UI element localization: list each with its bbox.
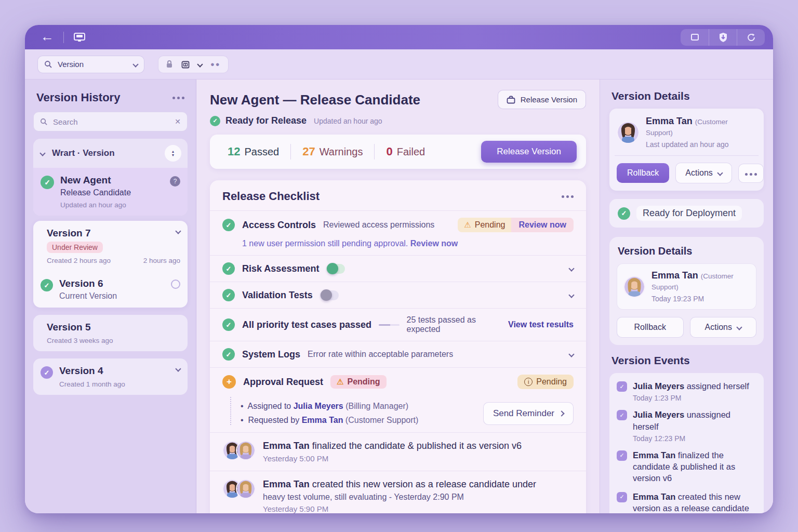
event-time: Today 12:23 PM xyxy=(633,434,756,443)
chevron-down-icon[interactable] xyxy=(175,366,181,371)
failed-label: Failed xyxy=(397,146,425,158)
checklist-item-validation-tests: ✓ Validation Tests xyxy=(210,282,586,308)
warning-icon: ⚠ xyxy=(337,377,343,387)
chevron-right-icon xyxy=(558,410,564,416)
window-icon[interactable] xyxy=(681,29,709,46)
version-meta: Created 1 month ago xyxy=(59,380,125,388)
titlebar-actions xyxy=(681,29,765,46)
main-panel: New Agent — Release Candidate Release Ve… xyxy=(196,79,600,513)
rollback-button[interactable]: Rollback xyxy=(617,317,684,338)
more-button[interactable] xyxy=(738,164,764,183)
sidebar-menu-icon[interactable] xyxy=(172,97,184,99)
shield-download-icon[interactable] xyxy=(709,29,737,46)
actions-button[interactable]: Actions xyxy=(675,163,732,183)
requester-name[interactable]: Emma Tan xyxy=(302,416,343,424)
sidebar-item-new-agent[interactable]: ✓ New Agent Release Candidate Updated an… xyxy=(33,168,188,216)
activity-time-inline: Yesterday 2:90 PM xyxy=(394,493,464,501)
activity-text-2: heavy test volume, still evaluating - Ye… xyxy=(263,493,536,502)
version-subtitle: Release Candidate xyxy=(60,188,131,197)
avatar xyxy=(617,121,640,144)
chevron-down-icon[interactable] xyxy=(568,292,574,298)
back-arrow-icon[interactable]: ← xyxy=(33,30,63,45)
chevron-down-icon[interactable] xyxy=(197,61,203,67)
item-desc: Reviewed access permissions xyxy=(323,220,434,230)
release-version-button[interactable]: Release Version xyxy=(481,141,577,163)
chevron-down-icon xyxy=(736,324,742,330)
checklist-menu-icon[interactable] xyxy=(562,195,574,198)
check-circle-icon: ✓ xyxy=(222,318,235,331)
details2-title: Version Details xyxy=(617,244,756,263)
version-subtitle: Current Version xyxy=(59,291,117,301)
item-title: Access Controls xyxy=(242,220,316,231)
view-test-results-link[interactable]: View test results xyxy=(508,320,574,329)
status-badge: Under Review xyxy=(47,242,103,253)
search-icon xyxy=(40,118,48,126)
person-name: Emma Tan (Customer Support) xyxy=(646,116,756,138)
event-item: ✓ Julia Meyers assigned herself Today 1:… xyxy=(617,380,756,402)
avatar-stack xyxy=(222,441,256,463)
review-now-link[interactable]: Review now xyxy=(511,218,574,232)
activity-entry: Emma Tan created this new version as a r… xyxy=(210,471,586,513)
chevron-down-icon[interactable] xyxy=(568,351,574,357)
validation-toggle[interactable] xyxy=(320,290,339,300)
lock-icon[interactable] xyxy=(166,60,173,69)
calendar-icon[interactable] xyxy=(181,60,190,69)
check-circle-icon: ✓ xyxy=(222,262,235,275)
more-options-icon[interactable]: ●● xyxy=(210,60,221,68)
checklist-item-priority-tests: ✓ All priority test cases passed 25 test… xyxy=(210,308,586,341)
sidebar-item-version-5[interactable]: Version 5 Created 3 weeks ago xyxy=(33,315,188,351)
sidebar-item-version-4[interactable]: ✓ Version 4 Created 1 month ago xyxy=(33,358,188,395)
assignee-name[interactable]: Julia Meyers xyxy=(294,402,343,410)
stat-failed: 0 Failed xyxy=(375,145,436,158)
checkbox-check-icon: ✓ xyxy=(617,410,627,420)
plus-circle-icon: + xyxy=(222,375,236,389)
check-circle-icon: ✓ xyxy=(222,289,235,301)
group-label: Wrart · Version xyxy=(52,148,157,158)
event-item: ✓ Emma Tan finalized the candidate & pub… xyxy=(617,449,756,484)
search-input[interactable] xyxy=(53,117,169,126)
failed-count: 0 xyxy=(386,145,392,158)
event-item: ✓ Julia Meyers unassigned herself Today … xyxy=(617,409,756,443)
sidebar-title: Version History xyxy=(36,91,120,104)
help-icon[interactable]: ? xyxy=(170,176,180,187)
stats-bar: 12 Passed 27 Warnings 0 Failed Release V… xyxy=(210,135,586,169)
ready-label: Ready for Deployment xyxy=(636,206,742,221)
monitor-icon[interactable] xyxy=(73,32,86,43)
refresh-icon[interactable] xyxy=(737,29,765,46)
check-circle-icon: ✓ xyxy=(618,207,630,220)
person-meta: Last updated an hour ago xyxy=(646,140,756,149)
version-card-group: Version 7 Under Review Created 2 hours a… xyxy=(33,221,188,308)
sidebar-item-version-7[interactable]: Version 7 Under Review Created 2 hours a… xyxy=(33,221,188,271)
radio-empty-icon[interactable] xyxy=(171,280,180,289)
passed-label: Passed xyxy=(244,146,279,158)
release-version-button-top[interactable]: Release Version xyxy=(498,90,586,109)
item-title: System Logs xyxy=(242,349,300,360)
checkbox-check-icon: ✓ xyxy=(617,450,627,461)
review-now-inline-link[interactable]: Review now xyxy=(410,239,458,248)
risk-toggle[interactable] xyxy=(326,264,345,274)
check-circle-icon: ✓ xyxy=(41,279,53,291)
version-search-dropdown[interactable]: Version xyxy=(37,56,144,73)
rollback-button[interactable]: Rollback xyxy=(617,163,669,183)
activity-time: Yesterday 5:00 PM xyxy=(263,454,522,463)
avatar xyxy=(623,276,645,298)
checklist-item-risk-assessment: ✓ Risk Assessment xyxy=(210,255,586,282)
passed-count: 12 xyxy=(228,145,240,158)
sidebar-item-version-6[interactable]: ✓ Version 6 Current Version xyxy=(33,271,188,308)
event-time: Today 1:23 PM xyxy=(633,394,749,402)
progress-line xyxy=(379,324,399,326)
pending-status-badge: i Pending xyxy=(517,375,574,389)
activity-entry: Emma Tan finalized the candidate & publi… xyxy=(210,432,586,471)
checkbox-check-icon: ✓ xyxy=(617,381,627,392)
sort-button[interactable]: ▲▼ xyxy=(165,145,181,162)
version-title: Version 4 xyxy=(59,365,125,377)
version-group-header[interactable]: Wrart · Version ▲▼ xyxy=(33,139,188,168)
actions-button[interactable]: Actions xyxy=(690,317,757,338)
version-details-card: Version Details Emma Tan (Customer Suppo… xyxy=(609,237,764,345)
activity-time: Yesterday 5:90 PM xyxy=(263,504,536,513)
chevron-down-icon[interactable] xyxy=(568,265,574,271)
clear-search-icon[interactable]: ✕ xyxy=(175,117,181,126)
version-history-sidebar: Version History ✕ Wrart · Version ▲▼ xyxy=(25,79,196,513)
send-reminder-button[interactable]: Send Reminder xyxy=(483,402,574,425)
info-icon: i xyxy=(524,378,533,386)
